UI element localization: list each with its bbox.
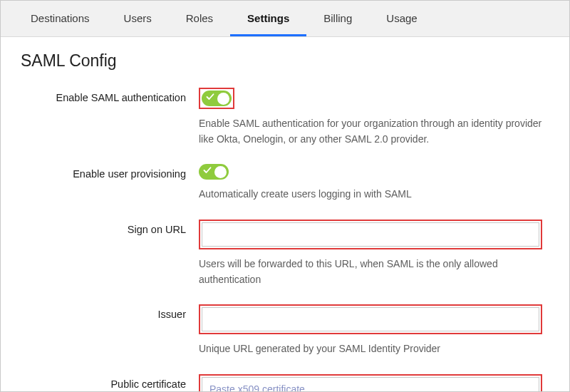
checkmark-icon xyxy=(206,93,214,101)
enable-saml-label: Enable SAML authentication xyxy=(21,88,199,103)
highlight-box xyxy=(199,220,542,249)
sign-on-url-input[interactable] xyxy=(202,222,539,247)
tab-users[interactable]: Users xyxy=(107,1,169,36)
tab-bar: Destinations Users Roles Settings Billin… xyxy=(1,1,569,37)
highlight-box xyxy=(199,88,234,109)
highlight-box xyxy=(199,374,542,392)
public-certificate-label: Public certificate xyxy=(21,374,199,390)
enable-saml-helper: Enable SAML authentication for your orga… xyxy=(199,116,542,147)
enable-provisioning-toggle[interactable] xyxy=(199,164,229,180)
sign-on-url-label: Sign on URL xyxy=(21,220,199,235)
issuer-helper: Unique URL generated by your SAML Identi… xyxy=(199,341,542,357)
toggle-knob xyxy=(217,93,229,105)
tab-usage[interactable]: Usage xyxy=(369,1,434,36)
sign-on-url-helper: Users will be forwarded to this URL, whe… xyxy=(199,257,542,287)
enable-provisioning-label: Enable user provisioning xyxy=(21,164,199,180)
page-title: SAML Config xyxy=(21,51,549,71)
tab-billing[interactable]: Billing xyxy=(306,1,369,36)
row-enable-saml: Enable SAML authentication Enable SAML a… xyxy=(21,88,549,147)
issuer-label: Issuer xyxy=(21,304,199,320)
tab-settings[interactable]: Settings xyxy=(230,1,306,36)
enable-saml-toggle[interactable] xyxy=(202,91,232,106)
row-enable-provisioning: Enable user provisioning Automatically c… xyxy=(21,164,549,202)
row-issuer: Issuer Unique URL generated by your SAML… xyxy=(21,304,549,357)
checkmark-icon xyxy=(203,166,212,175)
issuer-input[interactable] xyxy=(202,307,539,331)
toggle-knob xyxy=(214,166,227,178)
enable-provisioning-helper: Automatically create users logging in wi… xyxy=(199,187,542,202)
tab-roles[interactable]: Roles xyxy=(169,1,230,36)
public-certificate-input[interactable] xyxy=(202,377,539,392)
highlight-box xyxy=(199,304,542,334)
tab-destinations[interactable]: Destinations xyxy=(14,1,107,36)
row-public-certificate: Public certificate xyxy=(21,374,549,392)
row-sign-on-url: Sign on URL Users will be forwarded to t… xyxy=(21,220,549,287)
